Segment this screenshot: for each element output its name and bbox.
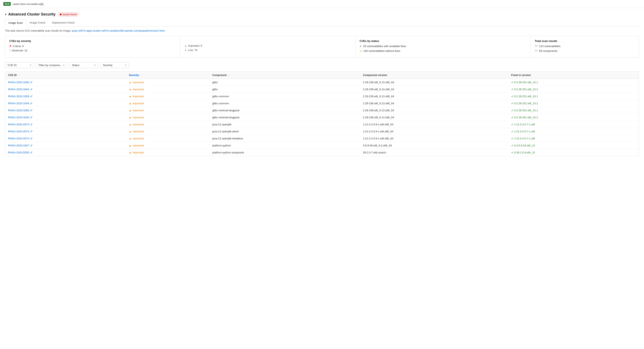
- critical-label: Critical: [13, 45, 21, 48]
- cell-cve-id: RHSA-2024:5530 🔗: [5, 149, 126, 156]
- cell-component: glibc-common: [210, 93, 360, 100]
- critical-icon: ⚑: [9, 45, 12, 48]
- cell-component-version: 1:21.0.3.0.9-1.el8.x86_64: [360, 121, 508, 128]
- fix-available-label: ✔ 1:21.0.4.0.7-1.el8: [511, 130, 636, 133]
- external-link-icon: 🔗: [30, 81, 32, 83]
- cve-link[interactable]: RHSA-2024:4573 🔗: [8, 137, 32, 140]
- cves-by-status-box: CVEs by status ✔ 26 vulnerabilities with…: [356, 36, 531, 57]
- cell-component: platform-python: [210, 142, 360, 149]
- cve-link[interactable]: RHSA-2024:3347 🔗: [8, 144, 32, 147]
- cell-component: glibc: [210, 79, 360, 86]
- table-row: RHSA-2024:3344 🔗 ▲ Important glibc 2.28-…: [5, 86, 639, 93]
- cell-component: glibc-minimal-langpack: [210, 107, 360, 114]
- fix-available-label: ✔ 0:3.6.8-62.el8_10: [511, 144, 636, 147]
- cve-link[interactable]: RHSA-2024:4573 🔗: [8, 130, 32, 133]
- tab-image-scan[interactable]: Image Scan: [5, 20, 26, 27]
- section-title: Advanced Cluster Security: [8, 12, 56, 17]
- severity-label: ▲ Important: [129, 88, 206, 91]
- chevron-down-icon-1: ▾: [30, 64, 31, 66]
- section-toggle[interactable]: ▾: [5, 13, 6, 16]
- cves-importance-box: ▲ Important 5 ▼ Low 74: [180, 36, 356, 57]
- cell-cve-id: RHSA-2024:3269 🔗: [5, 79, 126, 86]
- shield-icon-1: 🛡: [535, 45, 538, 48]
- cell-severity: ▲ Important: [126, 135, 209, 142]
- pipeline-run-title: user2-hero-run-build-xvj8j: [13, 3, 43, 6]
- issues-badge: Issues found: [58, 13, 79, 17]
- cell-component: glibc: [210, 86, 360, 93]
- sort-icon-severity: ↑: [140, 74, 142, 76]
- cve-link[interactable]: RHSA-2024:3269 🔗: [8, 81, 32, 84]
- cve-link[interactable]: RHSA-2024:5530 🔗: [8, 151, 32, 154]
- cell-component-version: 2.28-236.el8_9.13.x86_64: [360, 93, 508, 100]
- total-components: 🛡 59 components: [535, 49, 635, 53]
- filter-status[interactable]: Status ▾: [69, 62, 98, 68]
- cell-component-version: 2.28-236.el8_9.13.x86_64: [360, 107, 508, 114]
- cell-cve-id: RHSA-2024:3269 🔗: [5, 107, 126, 114]
- scan-description-link[interactable]: quay-rw97m.apps.cluster-rw97m.sandbox266…: [72, 29, 165, 32]
- severity-label: ▲ Important: [129, 123, 206, 126]
- cve-link[interactable]: RHSA-2024:4573 🔗: [8, 123, 32, 126]
- cve-link[interactable]: RHSA-2024:3344 🔗: [8, 116, 32, 119]
- external-link-icon: 🔗: [30, 109, 32, 112]
- table-row: RHSA-2024:3269 🔗 ▲ Important glibc 2.28-…: [5, 79, 639, 86]
- fix-check-icon: ✔: [511, 144, 513, 147]
- total-vulnerabilities: 🛡 110 vulnerabilities: [535, 45, 635, 48]
- cves-by-status-title: CVEs by status: [360, 40, 526, 43]
- cell-component: java-21-openjdk: [210, 121, 360, 128]
- cell-component-version: 2.28-236.el8_9.13.x86_64: [360, 86, 508, 93]
- fix-available-label: ✔ 1:21.0.4.0.7-1.el8: [511, 123, 636, 126]
- fix-check-icon: ✔: [511, 81, 513, 84]
- fix-check-icon: ✔: [511, 151, 513, 154]
- cell-component: platform-python-setuptools: [210, 149, 360, 156]
- low-icon: ▼: [184, 49, 187, 52]
- cell-cve-id: RHSA-2024:3347 🔗: [5, 142, 126, 149]
- top-bar: PLR user2-hero-run-build-xvj8j: [0, 0, 644, 8]
- fix-available-label: ✔ 0:2.28-251.el8_10.1: [511, 95, 636, 98]
- external-link-icon: 🔗: [30, 95, 32, 98]
- cell-severity: ▲ Important: [126, 79, 209, 86]
- table-body: RHSA-2024:3269 🔗 ▲ Important glibc 2.28-…: [5, 79, 639, 156]
- section-header: ▾ Advanced Cluster Security Issues found: [5, 12, 639, 17]
- cve-link[interactable]: RHSA-2024:3344 🔗: [8, 102, 32, 105]
- important-value: 5: [201, 44, 202, 47]
- stat-important: ▲ Important 5: [184, 44, 351, 47]
- chevron-down-icon-3: ▾: [94, 64, 95, 66]
- tab-deployment-check[interactable]: Deployment Check: [49, 20, 78, 26]
- filter-component[interactable]: Filter by compone... ▾: [36, 62, 67, 68]
- external-link-icon: 🔗: [30, 130, 32, 133]
- cve-link[interactable]: RHSA-2024:3269 🔗: [8, 109, 32, 112]
- severity-icon: ▲: [129, 95, 132, 98]
- chevron-down-icon-2: ▾: [63, 64, 64, 66]
- total-vuln-label: 110 vulnerabilities: [539, 45, 560, 48]
- severity-icon: ▲: [129, 88, 132, 91]
- cve-link[interactable]: RHSA-2024:3269 🔗: [8, 95, 32, 98]
- status-warn-icon: ⚠: [360, 49, 362, 53]
- cve-link[interactable]: RHSA-2024:3344 🔗: [8, 88, 32, 91]
- col-severity-label: Severity: [129, 74, 139, 77]
- important-label: Important: [188, 44, 200, 47]
- cell-component: glibc-minimal-langpack: [210, 114, 360, 121]
- filter-cve-id[interactable]: CVE ID ▾: [5, 62, 34, 68]
- low-value: 74: [194, 49, 197, 52]
- external-link-icon: 🔗: [30, 102, 32, 105]
- fix-available-label: ✔ 0:2.28-251.el8_10.2: [511, 102, 636, 105]
- col-fixed-in-version: Fixed in version: [508, 72, 639, 79]
- fix-available-label: ✔ 1:21.0.4.0.7-1.el8: [511, 137, 636, 140]
- table-row: RHSA-2024:4573 🔗 ▲ Important java-21-ope…: [5, 128, 639, 135]
- filter-severity[interactable]: Severity ▾: [100, 62, 129, 68]
- sort-icon-cve: ↕: [18, 74, 19, 76]
- cell-fixed-in: ✔ 0:39.2.0-8.el8_10: [508, 149, 639, 156]
- cell-component: glibc-common: [210, 100, 360, 107]
- cell-severity: ▲ Important: [126, 93, 209, 100]
- cell-cve-id: RHSA-2024:4573 🔗: [5, 121, 126, 128]
- col-component[interactable]: Component ↕: [210, 72, 360, 79]
- tabs-container: Image Scan Image Check Deployment Check: [5, 20, 639, 27]
- tab-image-check[interactable]: Image Check: [26, 20, 49, 26]
- cell-component-version: 2.28-236.el8_9.13.x86_64: [360, 100, 508, 107]
- cell-severity: ▲ Important: [126, 86, 209, 93]
- cell-component: java-21-openjdk-headless: [210, 135, 360, 142]
- col-severity[interactable]: Severity ↑: [126, 72, 209, 79]
- col-cve-id[interactable]: CVE ID ↕: [5, 72, 126, 79]
- stat-low: ▼ Low 74: [184, 49, 351, 52]
- total-scan-box: Total scan results 🛡 110 vulnerabilities…: [531, 36, 639, 57]
